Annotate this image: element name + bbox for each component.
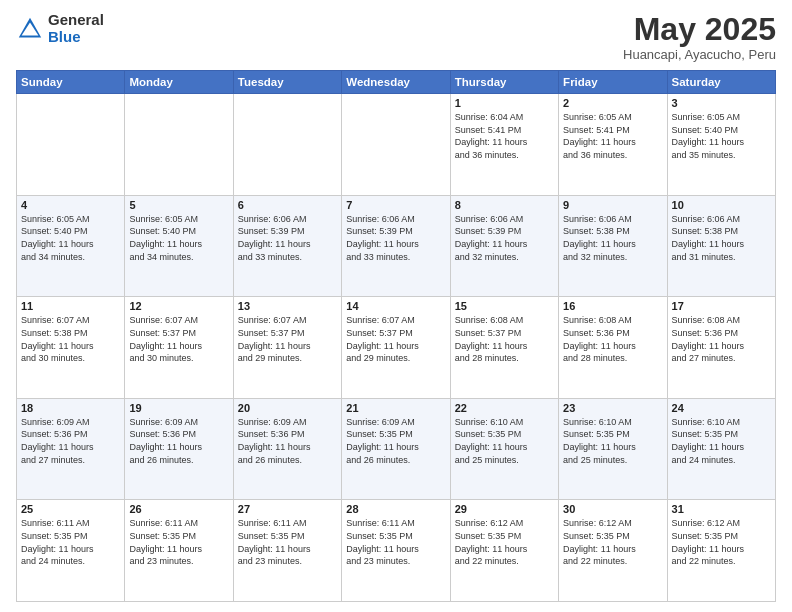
logo-icon <box>16 15 44 43</box>
calendar-row-0: 1Sunrise: 6:04 AM Sunset: 5:41 PM Daylig… <box>17 94 776 196</box>
calendar-cell-4-3: 28Sunrise: 6:11 AM Sunset: 5:35 PM Dayli… <box>342 500 450 602</box>
day-number: 8 <box>455 199 554 211</box>
header-tuesday: Tuesday <box>233 71 341 94</box>
day-info: Sunrise: 6:08 AM Sunset: 5:36 PM Dayligh… <box>563 314 662 364</box>
calendar-cell-2-6: 17Sunrise: 6:08 AM Sunset: 5:36 PM Dayli… <box>667 297 775 399</box>
calendar-cell-3-3: 21Sunrise: 6:09 AM Sunset: 5:35 PM Dayli… <box>342 398 450 500</box>
day-info: Sunrise: 6:06 AM Sunset: 5:38 PM Dayligh… <box>672 213 771 263</box>
day-number: 28 <box>346 503 445 515</box>
day-number: 14 <box>346 300 445 312</box>
day-info: Sunrise: 6:04 AM Sunset: 5:41 PM Dayligh… <box>455 111 554 161</box>
calendar-cell-1-5: 9Sunrise: 6:06 AM Sunset: 5:38 PM Daylig… <box>559 195 667 297</box>
day-number: 9 <box>563 199 662 211</box>
day-info: Sunrise: 6:06 AM Sunset: 5:38 PM Dayligh… <box>563 213 662 263</box>
day-info: Sunrise: 6:06 AM Sunset: 5:39 PM Dayligh… <box>238 213 337 263</box>
calendar-cell-1-0: 4Sunrise: 6:05 AM Sunset: 5:40 PM Daylig… <box>17 195 125 297</box>
day-number: 27 <box>238 503 337 515</box>
logo: General Blue <box>16 12 104 45</box>
calendar-cell-0-5: 2Sunrise: 6:05 AM Sunset: 5:41 PM Daylig… <box>559 94 667 196</box>
day-number: 6 <box>238 199 337 211</box>
calendar-cell-2-5: 16Sunrise: 6:08 AM Sunset: 5:36 PM Dayli… <box>559 297 667 399</box>
calendar-cell-3-2: 20Sunrise: 6:09 AM Sunset: 5:36 PM Dayli… <box>233 398 341 500</box>
calendar-cell-2-2: 13Sunrise: 6:07 AM Sunset: 5:37 PM Dayli… <box>233 297 341 399</box>
calendar-row-1: 4Sunrise: 6:05 AM Sunset: 5:40 PM Daylig… <box>17 195 776 297</box>
calendar-cell-3-4: 22Sunrise: 6:10 AM Sunset: 5:35 PM Dayli… <box>450 398 558 500</box>
day-info: Sunrise: 6:07 AM Sunset: 5:38 PM Dayligh… <box>21 314 120 364</box>
day-number: 19 <box>129 402 228 414</box>
logo-text: General Blue <box>48 12 104 45</box>
day-number: 1 <box>455 97 554 109</box>
day-number: 18 <box>21 402 120 414</box>
calendar-cell-1-2: 6Sunrise: 6:06 AM Sunset: 5:39 PM Daylig… <box>233 195 341 297</box>
calendar-cell-4-1: 26Sunrise: 6:11 AM Sunset: 5:35 PM Dayli… <box>125 500 233 602</box>
day-info: Sunrise: 6:06 AM Sunset: 5:39 PM Dayligh… <box>455 213 554 263</box>
day-info: Sunrise: 6:07 AM Sunset: 5:37 PM Dayligh… <box>238 314 337 364</box>
day-info: Sunrise: 6:08 AM Sunset: 5:37 PM Dayligh… <box>455 314 554 364</box>
day-info: Sunrise: 6:12 AM Sunset: 5:35 PM Dayligh… <box>455 517 554 567</box>
day-number: 20 <box>238 402 337 414</box>
calendar-cell-1-1: 5Sunrise: 6:05 AM Sunset: 5:40 PM Daylig… <box>125 195 233 297</box>
day-number: 29 <box>455 503 554 515</box>
calendar-cell-3-1: 19Sunrise: 6:09 AM Sunset: 5:36 PM Dayli… <box>125 398 233 500</box>
calendar-cell-2-1: 12Sunrise: 6:07 AM Sunset: 5:37 PM Dayli… <box>125 297 233 399</box>
day-info: Sunrise: 6:11 AM Sunset: 5:35 PM Dayligh… <box>21 517 120 567</box>
day-number: 11 <box>21 300 120 312</box>
day-number: 2 <box>563 97 662 109</box>
header-monday: Monday <box>125 71 233 94</box>
calendar-table: Sunday Monday Tuesday Wednesday Thursday… <box>16 70 776 602</box>
header-wednesday: Wednesday <box>342 71 450 94</box>
day-info: Sunrise: 6:08 AM Sunset: 5:36 PM Dayligh… <box>672 314 771 364</box>
calendar-row-2: 11Sunrise: 6:07 AM Sunset: 5:38 PM Dayli… <box>17 297 776 399</box>
calendar-cell-4-0: 25Sunrise: 6:11 AM Sunset: 5:35 PM Dayli… <box>17 500 125 602</box>
title-block: May 2025 Huancapi, Ayacucho, Peru <box>623 12 776 62</box>
day-info: Sunrise: 6:05 AM Sunset: 5:40 PM Dayligh… <box>21 213 120 263</box>
logo-general-label: General <box>48 12 104 29</box>
day-info: Sunrise: 6:07 AM Sunset: 5:37 PM Dayligh… <box>129 314 228 364</box>
calendar-cell-1-6: 10Sunrise: 6:06 AM Sunset: 5:38 PM Dayli… <box>667 195 775 297</box>
day-number: 10 <box>672 199 771 211</box>
calendar-row-4: 25Sunrise: 6:11 AM Sunset: 5:35 PM Dayli… <box>17 500 776 602</box>
day-info: Sunrise: 6:11 AM Sunset: 5:35 PM Dayligh… <box>238 517 337 567</box>
day-number: 16 <box>563 300 662 312</box>
day-info: Sunrise: 6:10 AM Sunset: 5:35 PM Dayligh… <box>672 416 771 466</box>
calendar-cell-3-6: 24Sunrise: 6:10 AM Sunset: 5:35 PM Dayli… <box>667 398 775 500</box>
day-info: Sunrise: 6:05 AM Sunset: 5:40 PM Dayligh… <box>129 213 228 263</box>
calendar-cell-1-3: 7Sunrise: 6:06 AM Sunset: 5:39 PM Daylig… <box>342 195 450 297</box>
header-sunday: Sunday <box>17 71 125 94</box>
day-info: Sunrise: 6:10 AM Sunset: 5:35 PM Dayligh… <box>563 416 662 466</box>
calendar-cell-0-0 <box>17 94 125 196</box>
calendar-cell-0-6: 3Sunrise: 6:05 AM Sunset: 5:40 PM Daylig… <box>667 94 775 196</box>
day-info: Sunrise: 6:09 AM Sunset: 5:36 PM Dayligh… <box>238 416 337 466</box>
day-number: 7 <box>346 199 445 211</box>
calendar-cell-2-3: 14Sunrise: 6:07 AM Sunset: 5:37 PM Dayli… <box>342 297 450 399</box>
day-info: Sunrise: 6:10 AM Sunset: 5:35 PM Dayligh… <box>455 416 554 466</box>
calendar-cell-0-3 <box>342 94 450 196</box>
calendar-cell-2-4: 15Sunrise: 6:08 AM Sunset: 5:37 PM Dayli… <box>450 297 558 399</box>
day-number: 3 <box>672 97 771 109</box>
day-number: 22 <box>455 402 554 414</box>
calendar-cell-4-2: 27Sunrise: 6:11 AM Sunset: 5:35 PM Dayli… <box>233 500 341 602</box>
day-info: Sunrise: 6:09 AM Sunset: 5:36 PM Dayligh… <box>129 416 228 466</box>
day-number: 30 <box>563 503 662 515</box>
header-thursday: Thursday <box>450 71 558 94</box>
day-info: Sunrise: 6:06 AM Sunset: 5:39 PM Dayligh… <box>346 213 445 263</box>
calendar-cell-2-0: 11Sunrise: 6:07 AM Sunset: 5:38 PM Dayli… <box>17 297 125 399</box>
header-friday: Friday <box>559 71 667 94</box>
calendar-header-row: Sunday Monday Tuesday Wednesday Thursday… <box>17 71 776 94</box>
day-info: Sunrise: 6:09 AM Sunset: 5:35 PM Dayligh… <box>346 416 445 466</box>
day-number: 24 <box>672 402 771 414</box>
calendar-cell-3-0: 18Sunrise: 6:09 AM Sunset: 5:36 PM Dayli… <box>17 398 125 500</box>
day-number: 17 <box>672 300 771 312</box>
day-info: Sunrise: 6:07 AM Sunset: 5:37 PM Dayligh… <box>346 314 445 364</box>
day-info: Sunrise: 6:12 AM Sunset: 5:35 PM Dayligh… <box>672 517 771 567</box>
header-saturday: Saturday <box>667 71 775 94</box>
calendar-row-3: 18Sunrise: 6:09 AM Sunset: 5:36 PM Dayli… <box>17 398 776 500</box>
day-number: 4 <box>21 199 120 211</box>
day-info: Sunrise: 6:11 AM Sunset: 5:35 PM Dayligh… <box>129 517 228 567</box>
calendar-cell-0-2 <box>233 94 341 196</box>
header: General Blue May 2025 Huancapi, Ayacucho… <box>16 12 776 62</box>
day-info: Sunrise: 6:12 AM Sunset: 5:35 PM Dayligh… <box>563 517 662 567</box>
day-info: Sunrise: 6:11 AM Sunset: 5:35 PM Dayligh… <box>346 517 445 567</box>
day-number: 23 <box>563 402 662 414</box>
month-title: May 2025 <box>623 12 776 47</box>
